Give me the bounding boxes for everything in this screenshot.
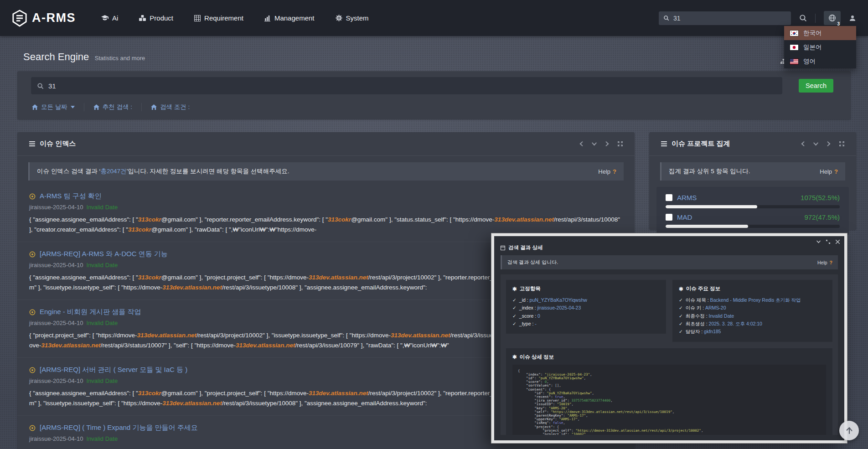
close-icon[interactable] — [836, 240, 840, 244]
chevron-left-icon[interactable] — [801, 141, 805, 146]
field-value: Invalid Date — [709, 313, 734, 319]
arrow-up-icon — [846, 427, 853, 434]
page-subtitle: Statistics and more — [95, 55, 145, 62]
scroll-to-top-button[interactable] — [839, 421, 859, 440]
result-invalid-date: Invalid Date — [87, 435, 118, 442]
nav-item-system[interactable]: System — [336, 14, 369, 22]
kr-flag-icon — [790, 31, 798, 36]
search-filter-2[interactable]: 검색 조건 : — [142, 103, 199, 111]
modal-field: ✓이슈 키 : ARMS-20 — [679, 304, 826, 312]
search-button[interactable]: Search — [799, 79, 833, 93]
search-result-detail-modal: 검색 결과 상세 검색 결과 상세 입니다. Help? ✱고정항목 ✓_id … — [491, 233, 847, 443]
result-title-link[interactable]: A-RMS 팀 구성 확인 — [29, 192, 623, 201]
chevron-down-icon[interactable] — [592, 142, 597, 146]
top-navbar: A-RMS Ai Product Requirement Management … — [0, 0, 868, 36]
chevron-right-icon[interactable] — [605, 141, 609, 146]
language-dropdown: 한국어 일본어 영어 — [784, 26, 856, 68]
nav-item-management[interactable]: Management — [264, 14, 315, 22]
lang-option-us[interactable]: 영어 — [784, 54, 856, 68]
nav-item-label: Management — [274, 14, 315, 22]
field-value: puN_YZYBaKa7OYiqwshw — [530, 297, 587, 303]
main-search-input[interactable] — [48, 82, 776, 90]
asterisk-icon: ✱ — [679, 286, 683, 292]
result-title-text: [ARMS-REQ] 서버 관리 ( Server 모듈 및 IaC 등 ) — [40, 366, 187, 374]
search-highlight: 313cokr — [138, 216, 161, 223]
project-checkbox[interactable] — [666, 214, 672, 221]
brand-logo[interactable]: A-RMS — [12, 10, 76, 27]
modal-content: ✱고정항목 ✓_id : puN_YZYBaKa7OYiqwshw ✓_inde… — [501, 274, 838, 435]
box-title: ✱이슈 주요 정보 — [679, 285, 826, 292]
user-icon[interactable] — [849, 15, 856, 22]
issue-summary-box: ✱이슈 주요 정보 ✓이슈 제목 : Backend - Middle Prox… — [672, 280, 832, 342]
field-label: _type — [519, 321, 531, 326]
modal-titlebar[interactable]: 검색 결과 상세 — [494, 236, 844, 254]
nav-item-ai[interactable]: Ai — [101, 14, 118, 22]
result-invalid-date: Invalid Date — [87, 377, 118, 384]
result-index-name: jiraissue-2025-04-10 — [29, 204, 83, 211]
lang-option-kr[interactable]: 한국어 — [784, 26, 856, 40]
bar-chart-icon — [264, 15, 271, 21]
gear-icon — [336, 15, 342, 21]
help-button[interactable]: Help? — [817, 260, 832, 265]
search-highlight: 313dev.atlassian.net — [494, 216, 554, 223]
nav-item-product[interactable]: Product — [139, 14, 173, 22]
brand-name: A-RMS — [32, 11, 76, 25]
search-filter-0[interactable]: 모든 날짜 — [31, 103, 84, 111]
lang-label: 일본어 — [803, 43, 822, 52]
expand-icon[interactable] — [618, 141, 623, 146]
result-meta: jiraissue-2025-04-10Invalid Date — [29, 204, 623, 211]
search-panel: Search 모든 날짜 추천 검색 : 검색 조건 : — [17, 71, 851, 119]
check-icon: ✓ — [679, 297, 683, 303]
result-index-name: jiraissue-2025-04-10 — [29, 377, 83, 384]
modal-info-bar: 검색 결과 상세 입니다. Help? — [501, 255, 838, 269]
search-filter-1[interactable]: 추천 검색 : — [84, 103, 142, 111]
lang-label: 한국어 — [803, 29, 822, 37]
filter-label: 추천 검색 : — [103, 103, 132, 111]
result-index-name: jiraissue-2025-04-10 — [29, 262, 83, 268]
search-highlight: 313dev.atlassian.net — [137, 332, 196, 339]
search-icon — [37, 83, 44, 89]
project-label[interactable]: MAD — [677, 213, 692, 221]
nav-item-requirement[interactable]: Requirement — [194, 14, 243, 22]
chevron-down-icon[interactable] — [813, 142, 818, 146]
search-submit-icon[interactable] — [799, 14, 807, 22]
expand-icon[interactable] — [839, 141, 844, 146]
search-icon — [663, 15, 669, 21]
fixed-fields-list: ✓_id : puN_YZYBaKa7OYiqwshw ✓_index : ji… — [512, 296, 660, 328]
project-label[interactable]: ARMS — [677, 194, 697, 201]
issue-circle-icon — [29, 367, 36, 373]
window-icon — [501, 246, 505, 250]
field-value: jiraissue-2025-04-23 — [537, 305, 581, 310]
project-checkbox[interactable] — [666, 194, 672, 201]
language-globe-button[interactable]: 3 — [824, 11, 841, 25]
issue-circle-icon — [29, 425, 36, 431]
navbar-search-box[interactable] — [659, 11, 791, 25]
help-button[interactable]: Help? — [598, 168, 616, 175]
check-icon: ✓ — [679, 321, 683, 326]
aggregation-list: ARMS 1075(52.5%) MAD 972(47.5%) — [656, 187, 849, 235]
navbar-search-input[interactable] — [673, 15, 786, 22]
check-icon: ✓ — [512, 321, 517, 326]
lang-option-jp[interactable]: 일본어 — [784, 40, 856, 54]
result-json-preview: { "project.project_self": [ "https://dmo… — [29, 446, 623, 449]
search-highlight: 313dev.atlassian.net — [309, 274, 368, 281]
hamburger-icon — [661, 141, 667, 146]
maximize-icon[interactable] — [826, 240, 830, 244]
modal-field: ✓_type : - — [512, 320, 660, 328]
modal-field: ✓_index : jiraissue-2025-04-23 — [512, 304, 660, 312]
search-highlight: 313dev.atlassian.net — [41, 342, 101, 349]
minimize-chevron-icon[interactable] — [816, 240, 821, 243]
chevron-right-icon[interactable] — [827, 141, 831, 146]
result-count: 총2047건 — [101, 168, 127, 175]
result-index-name: jiraissue-2025-04-10 — [29, 435, 83, 442]
issue-detail-json-code[interactable]: { "index": "jiraissue-2025-04-23", "id":… — [512, 365, 826, 435]
chevron-left-icon[interactable] — [579, 141, 583, 146]
asterisk-icon: ✱ — [512, 354, 517, 360]
field-value: Backend - Middle Proxy Redis 초기화 작업 — [710, 297, 801, 303]
filter-label: 모든 날짜 — [41, 103, 67, 111]
main-search-box[interactable] — [31, 77, 782, 94]
help-button[interactable]: Help? — [820, 168, 838, 175]
box-title: ✱이슈 상세 정보 — [512, 354, 826, 361]
question-icon: ? — [613, 168, 616, 175]
field-label: 담당자 — [686, 329, 700, 334]
